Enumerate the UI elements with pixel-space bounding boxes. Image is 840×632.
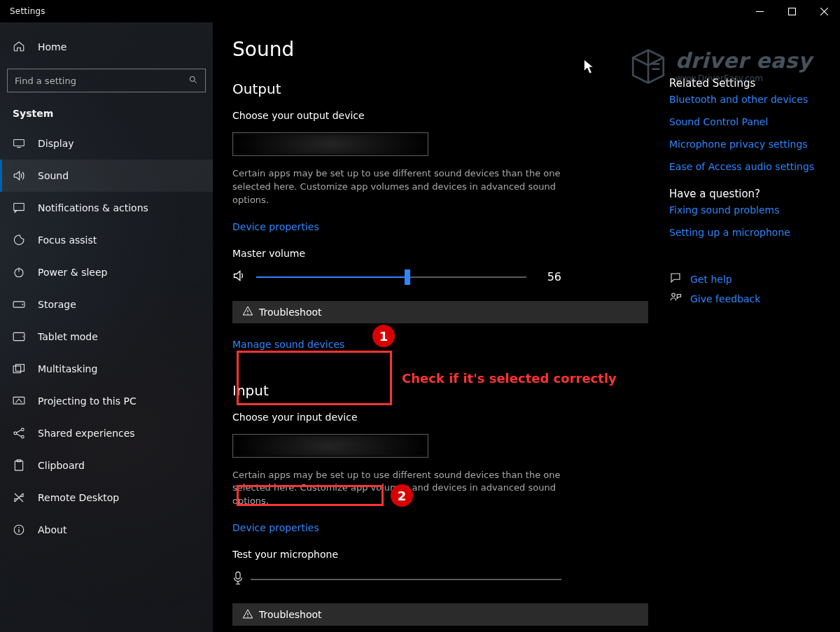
master-volume-slider[interactable] [256,269,526,286]
input-troubleshoot-button[interactable]: Troubleshoot [232,603,648,626]
output-troubleshoot-button[interactable]: Troubleshoot [232,301,648,323]
output-desc: Certain apps may be set up to use differ… [232,167,561,207]
troubleshoot-label: Troubleshoot [259,609,322,620]
warning-icon [242,608,253,622]
output-manage-link[interactable]: Manage sound devices [232,339,648,350]
related-links: Bluetooth and other devices Sound Contro… [669,94,829,172]
storage-icon [13,300,25,309]
sidebar-item-tablet-mode[interactable]: Tablet mode [0,321,213,353]
svg-point-21 [247,616,248,617]
sidebar-item-label: Clipboard [38,460,85,471]
chat-icon [669,272,682,287]
shared-experiences-icon [13,427,25,440]
sidebar-item-label: Multitasking [38,363,97,374]
sidebar-item-multitasking[interactable]: Multitasking [0,353,213,385]
output-choose-label: Choose your output device [232,110,648,121]
sidebar-item-label: Remote Desktop [38,492,119,503]
sidebar-item-sound[interactable]: Sound [0,160,213,192]
search-input[interactable] [15,76,188,86]
sidebar-item-label: About [38,524,66,535]
sidebar-item-label: Tablet mode [38,331,98,342]
svg-rect-9 [13,366,21,373]
right-column: Related Settings Bluetooth and other dev… [665,22,840,632]
troubleshoot-label: Troubleshoot [259,307,322,318]
svg-point-8 [22,336,24,337]
sidebar-home[interactable]: Home [0,31,213,63]
mic-test-row [232,571,561,588]
svg-point-13 [21,428,24,431]
sidebar-item-label: Notifications & actions [38,202,148,213]
volume-icon[interactable] [232,269,246,286]
title-bar: Settings [0,0,840,22]
sidebar-item-power-sleep[interactable]: Power & sleep [0,256,213,288]
svg-rect-20 [236,572,240,579]
sidebar-item-remote-desktop[interactable]: Remote Desktop [0,482,213,514]
output-device-properties-link[interactable]: Device properties [232,221,648,232]
svg-rect-11 [13,397,24,404]
give-feedback-row[interactable]: Give feedback [669,291,829,307]
link-ease-of-access-audio[interactable]: Ease of Access audio settings [669,161,829,172]
svg-point-1 [190,76,195,81]
sidebar: Home System Display Sound [0,22,213,632]
maximize-button[interactable] [776,0,808,22]
test-mic-label: Test your microphone [232,549,648,560]
sidebar-section-title: System [0,102,213,123]
clipboard-icon [13,459,25,472]
get-help-link[interactable]: Get help [690,274,732,285]
window-body: Home System Display Sound [0,22,840,632]
input-heading: Input [232,382,648,399]
display-icon [13,139,25,148]
link-bluetooth-devices[interactable]: Bluetooth and other devices [669,94,829,105]
notifications-icon [13,202,25,213]
svg-point-12 [14,432,17,435]
input-device-select[interactable] [232,434,428,458]
close-button[interactable] [808,0,840,22]
svg-rect-3 [14,203,24,210]
remote-desktop-icon [13,491,25,504]
tablet-icon [13,332,25,342]
sidebar-item-about[interactable]: About [0,514,213,546]
sidebar-item-display[interactable]: Display [0,127,213,160]
search-icon [188,74,198,87]
search-setting[interactable] [7,69,206,92]
svg-point-14 [21,435,24,438]
sidebar-item-label: Focus assist [38,234,97,246]
sidebar-item-label: Projecting to this PC [38,395,136,407]
input-device-properties-link[interactable]: Device properties [232,522,648,533]
svg-rect-2 [14,139,24,146]
page-title: Sound [232,38,648,61]
sidebar-item-storage[interactable]: Storage [0,288,213,321]
svg-rect-10 [16,365,24,372]
sidebar-item-clipboard[interactable]: Clipboard [0,449,213,482]
link-sound-control-panel[interactable]: Sound Control Panel [669,116,829,127]
sound-icon [13,169,25,182]
input-choose-label: Choose your input device [232,412,648,423]
mic-level-bar [251,579,561,580]
minimize-button[interactable] [743,0,776,22]
get-help-row[interactable]: Get help [669,272,829,287]
sidebar-item-label: Storage [38,299,76,310]
about-icon [13,524,25,536]
give-feedback-link[interactable]: Give feedback [690,293,760,304]
settings-window: Settings Home System [0,0,840,632]
svg-rect-15 [15,461,22,471]
master-volume-label: Master volume [232,248,648,259]
svg-point-18 [18,527,20,528]
master-volume-row: 56 [232,269,561,286]
multitasking-icon [13,364,25,374]
window-title: Settings [10,6,46,16]
feedback-icon [669,291,682,307]
svg-point-19 [247,313,248,314]
focus-assist-icon [13,234,25,246]
sidebar-item-focus-assist[interactable]: Focus assist [0,224,213,256]
home-icon [13,40,25,55]
sidebar-item-shared-experiences[interactable]: Shared experiences [0,417,213,449]
link-fixing-sound[interactable]: Fixing sound problems [669,204,829,216]
link-microphone-privacy[interactable]: Microphone privacy settings [669,139,829,150]
link-setting-up-mic[interactable]: Setting up a microphone [669,227,829,238]
sidebar-item-projecting[interactable]: Projecting to this PC [0,385,213,417]
home-label: Home [38,41,66,52]
output-device-select[interactable] [232,132,428,156]
projecting-icon [13,396,25,406]
sidebar-item-notifications[interactable]: Notifications & actions [0,192,213,224]
